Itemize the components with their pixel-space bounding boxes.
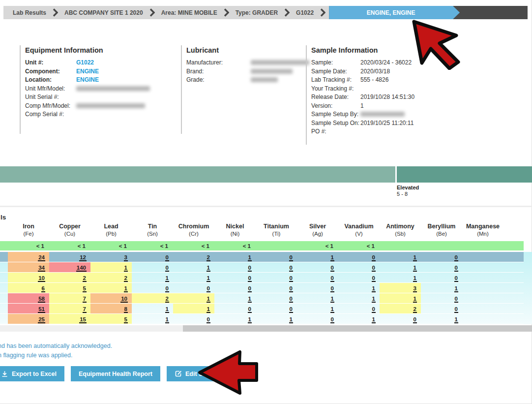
metal-value-link[interactable]: 0 (372, 254, 376, 261)
metal-value-link[interactable]: 0 (454, 296, 458, 303)
metal-value-link[interactable]: 10 (120, 296, 128, 303)
metal-value-link[interactable]: 1 (207, 275, 210, 282)
metal-value-link[interactable]: 1 (248, 316, 252, 323)
metal-value-link[interactable]: 0 (248, 285, 252, 292)
metal-value-link[interactable]: 7 (83, 296, 87, 303)
metal-value-link[interactable]: 5 (124, 316, 128, 323)
metal-value-link[interactable]: 1 (454, 285, 458, 292)
metal-value-link[interactable]: 0 (289, 285, 293, 292)
metal-value-link[interactable]: 0 (330, 265, 334, 272)
metal-value-link[interactable]: 0 (372, 306, 376, 313)
metal-value-link[interactable]: 0 (413, 316, 417, 323)
metal-value-link[interactable]: 0 (165, 265, 169, 272)
metal-value-link[interactable]: 1 (372, 296, 376, 303)
button-label: Equipment Health Report (79, 371, 152, 377)
metal-value-link[interactable]: 1 (165, 306, 169, 313)
breadcrumb-item[interactable]: ABC COMPANY SITE 1 2020 (61, 9, 146, 16)
metal-value-link[interactable]: 0 (289, 275, 293, 282)
metal-value-link[interactable]: 12 (79, 254, 87, 261)
metal-value-link[interactable]: 0 (289, 296, 293, 303)
metal-value-link[interactable]: 0 (248, 275, 252, 282)
metal-value-link[interactable]: 5 (83, 285, 87, 292)
metal-value-link[interactable]: 1 (248, 296, 252, 303)
metal-value-link[interactable]: 2 (207, 254, 210, 261)
metal-value-link[interactable]: 1 (289, 316, 293, 323)
metal-value-link[interactable]: 1 (165, 316, 169, 323)
metal-value-link[interactable]: 1 (207, 296, 210, 303)
table-limit-row: < 1< 1< 1< 1< 1< 1< 1< 1 (0, 241, 524, 250)
panel-field-label: Unit Mfr/Model: (25, 85, 76, 93)
metal-value-link[interactable]: 1 (124, 265, 128, 272)
column-header: Silver(Ag) (297, 222, 338, 238)
metal-value-link[interactable]: 1 (124, 285, 128, 292)
metal-value-link[interactable]: 24 (38, 254, 45, 261)
metal-value-link[interactable]: 58 (38, 296, 45, 303)
column-header-name: Beryllium (421, 222, 462, 230)
metal-value-link[interactable]: 1 (413, 265, 417, 272)
equipment-health-report-button[interactable]: Equipment Health Report (71, 366, 160, 381)
metal-value-link[interactable]: 34 (38, 265, 45, 272)
metal-value-link[interactable]: 6 (41, 285, 45, 292)
metal-value-link[interactable]: 7 (83, 306, 87, 313)
metal-value-cell: 12 (49, 252, 90, 262)
metal-value-cell: 1 (297, 293, 338, 303)
metal-value-link[interactable]: 1 (454, 316, 458, 323)
breadcrumb-item[interactable]: G1022 (293, 9, 317, 16)
metal-value-link[interactable]: 1 (248, 254, 252, 261)
metal-value-link[interactable]: 0 (330, 285, 334, 292)
metal-value-link[interactable]: 3 (124, 254, 128, 261)
metal-value-link[interactable]: 1 (165, 275, 169, 282)
metal-value-cell: 0 (214, 273, 256, 282)
metal-value-link[interactable]: 1 (413, 275, 417, 282)
metal-value-link[interactable]: 0 (330, 316, 334, 323)
metal-value-link[interactable]: 2 (83, 275, 87, 282)
metal-value-link[interactable]: 51 (38, 306, 45, 313)
breadcrumb-item[interactable]: Lab Results (10, 9, 49, 16)
metal-value-link[interactable]: 0 (289, 254, 293, 261)
metal-value-link[interactable]: 140 (76, 265, 87, 272)
metal-value-link[interactable]: 0 (372, 265, 376, 272)
metal-value-link[interactable]: 0 (207, 285, 210, 292)
export-to-excel-button[interactable]: Export to Excel (0, 366, 64, 381)
metal-value-link[interactable]: 0 (454, 275, 458, 282)
metal-value-link[interactable]: 0 (372, 275, 376, 282)
metal-value-link[interactable]: 0 (454, 306, 458, 313)
metal-value-link[interactable]: 1 (413, 254, 417, 261)
breadcrumb-item[interactable]: Type: GRADER (233, 9, 281, 16)
metal-value-link[interactable]: 0 (165, 254, 169, 261)
metal-value-link[interactable]: 0 (330, 275, 334, 282)
metal-value-link[interactable]: 2 (413, 306, 417, 313)
metal-value-link[interactable]: 0 (454, 265, 458, 272)
metal-value-link[interactable]: 1 (330, 306, 334, 313)
metal-value-link[interactable]: 2 (124, 275, 128, 282)
panel-field-value: 2019/10/25 11:20:11 (360, 119, 414, 128)
redacted-value (251, 69, 293, 74)
breadcrumb-item[interactable]: Area: MINE MOBILE (158, 9, 220, 16)
horizontal-scrollbar-thumb[interactable] (183, 325, 532, 332)
metal-value-link[interactable]: 0 (207, 316, 210, 323)
metal-value-link[interactable]: 8 (124, 306, 128, 313)
metal-value-link[interactable]: 0 (248, 306, 252, 313)
breadcrumb-item-active[interactable]: ENGINE, ENGINE (329, 6, 460, 19)
metal-value-link[interactable]: 25 (38, 316, 45, 323)
metal-value-link[interactable]: 0 (248, 265, 252, 272)
metal-value-link[interactable]: 1 (207, 265, 210, 272)
metal-value-link[interactable]: 0 (289, 265, 293, 272)
metal-value-link[interactable]: 10 (38, 275, 45, 282)
metal-value-link[interactable]: 1 (372, 285, 376, 292)
metal-value-link[interactable]: 1 (413, 296, 417, 303)
metal-value-link[interactable]: 0 (289, 306, 293, 313)
metal-value-link[interactable]: 1 (207, 306, 210, 313)
metal-value-link[interactable]: 0 (454, 254, 458, 261)
metal-value-link[interactable]: 3 (413, 285, 417, 292)
metal-value-link[interactable]: 2 (165, 296, 169, 303)
column-limit-cell: < 1 (297, 243, 338, 249)
metal-value-link[interactable]: 0 (165, 285, 169, 292)
column-limit-cell: < 1 (173, 243, 214, 249)
panel-field-row: Component:ENGINE (25, 67, 173, 76)
metal-value-link[interactable]: 15 (79, 316, 87, 323)
metal-value-link[interactable]: 1 (330, 296, 334, 303)
metal-value-link[interactable]: 1 (372, 316, 376, 323)
metal-value-cell: 2 (90, 273, 132, 282)
metal-value-link[interactable]: 1 (330, 254, 334, 261)
